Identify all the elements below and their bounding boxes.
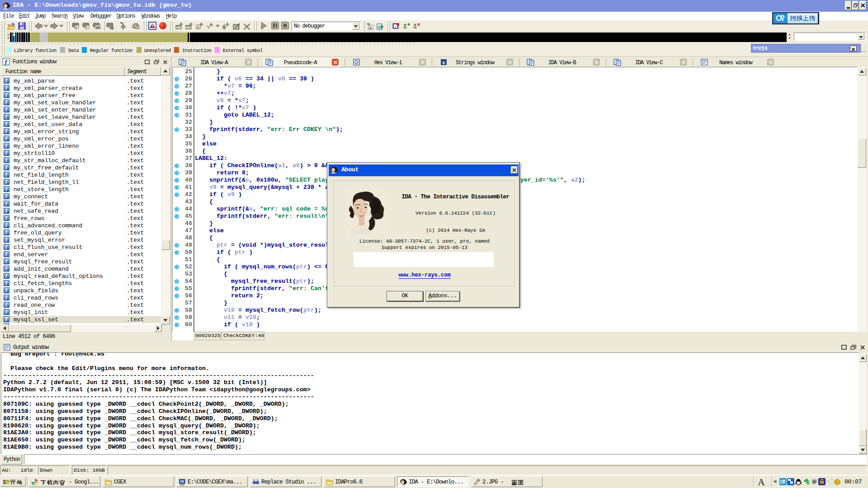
svg-text:A: A — [197, 25, 199, 29]
svg-text:c: c — [369, 26, 372, 30]
svg-text:T: T — [86, 26, 88, 29]
svg-text:DATA: DATA — [186, 26, 192, 29]
svg-text:A: A — [821, 482, 823, 484]
svg-text:101: 101 — [96, 26, 100, 29]
svg-text:s: s — [442, 60, 445, 66]
svg-text:c: c — [378, 25, 381, 30]
svg-text:#: # — [75, 26, 77, 29]
svg-text:CODE: CODE — [176, 26, 182, 29]
svg-text:‘s: ‘s — [206, 24, 209, 29]
